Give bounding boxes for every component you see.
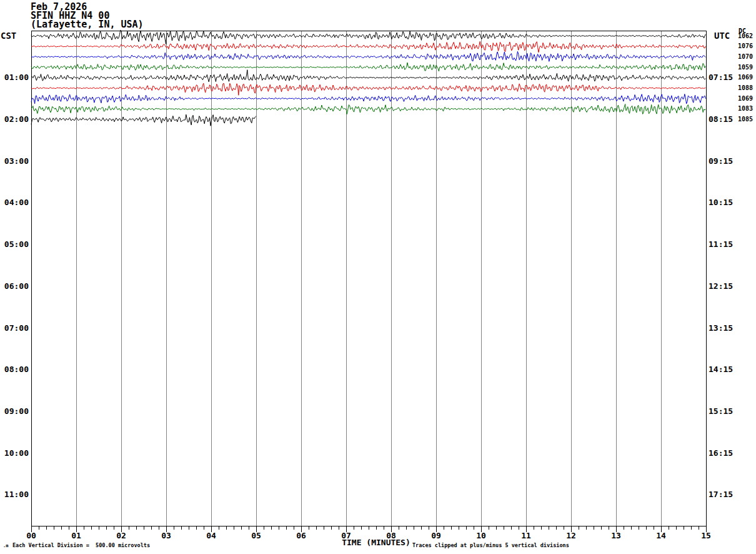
- right-hour-label: 17:15: [709, 490, 733, 499]
- right-hour-label: 14:15: [709, 365, 733, 374]
- x-tick-label: 10: [470, 531, 492, 540]
- seismogram-page: Feb 7,2026 SFIN HHZ N4 00 (Lafayette, IN…: [0, 0, 756, 554]
- x-tick-label: 15: [695, 531, 717, 540]
- right-hour-label: 15:15: [709, 407, 733, 416]
- x-tick-label: 06: [290, 531, 312, 540]
- trace-row-3: [31, 63, 705, 71]
- watermark: .m: [3, 543, 8, 548]
- left-hour-label: 05:00: [0, 240, 29, 249]
- left-hour-label: 10:00: [0, 449, 29, 458]
- dc-value: 1069: [734, 95, 753, 102]
- x-tick-label: 14: [650, 531, 672, 540]
- trace-row-5: [31, 83, 705, 95]
- x-tick-label: 04: [200, 531, 222, 540]
- x-tick-label: 03: [155, 531, 177, 540]
- x-tick-label: 11: [515, 531, 537, 540]
- right-hour-label: 12:15: [709, 282, 733, 291]
- dc-value: 1062: [734, 33, 753, 39]
- x-tick-label: 02: [110, 531, 132, 540]
- right-hour-label: 11:15: [709, 240, 733, 249]
- trace-row-8: [31, 114, 256, 126]
- right-hour-label: 16:15: [709, 449, 733, 458]
- left-hour-label: 06:00: [0, 282, 29, 291]
- x-tick-label: 00: [20, 531, 42, 540]
- left-hour-label: 04:00: [0, 198, 29, 207]
- left-hour-label: 02:00: [0, 115, 29, 124]
- clip-note: Traces clipped at plus/minus 5 vertical …: [412, 542, 569, 548]
- x-tick-label: 05: [245, 531, 267, 540]
- trace-row-4: [31, 70, 705, 82]
- left-hour-label: 01:00: [0, 73, 29, 82]
- left-hour-label: 11:00: [0, 490, 29, 499]
- seismogram-plot: [0, 0, 756, 554]
- right-hour-label: 09:15: [709, 157, 733, 166]
- dc-value: 1083: [734, 105, 753, 112]
- division-note: Each Vertical Division = 500.00 microvol…: [12, 542, 150, 548]
- x-tick-label: 12: [560, 531, 582, 540]
- dc-value: 1070: [734, 53, 753, 60]
- left-hour-label: 07:00: [0, 324, 29, 333]
- x-tick-label: 01: [65, 531, 87, 540]
- x-tick-label: 13: [605, 531, 627, 540]
- trace-row-7: [31, 104, 705, 114]
- trace-row-0: [31, 30, 705, 44]
- right-hour-label: 08:15: [709, 115, 733, 124]
- left-hour-label: 08:00: [0, 365, 29, 374]
- trace-row-1: [31, 41, 705, 53]
- right-hour-label: 10:15: [709, 198, 733, 207]
- right-hour-label: 13:15: [709, 324, 733, 333]
- trace-row-6: [31, 94, 705, 104]
- dc-value: 1085: [734, 116, 753, 123]
- dc-value: 1088: [734, 84, 753, 91]
- dc-value: 1076: [734, 43, 753, 49]
- left-hour-label: 09:00: [0, 407, 29, 416]
- trace-row-2: [31, 51, 705, 61]
- dc-value: 1059: [734, 64, 753, 71]
- left-hour-label: 03:00: [0, 157, 29, 166]
- dc-value: 1069: [734, 74, 753, 81]
- right-hour-label: 07:15: [709, 73, 733, 82]
